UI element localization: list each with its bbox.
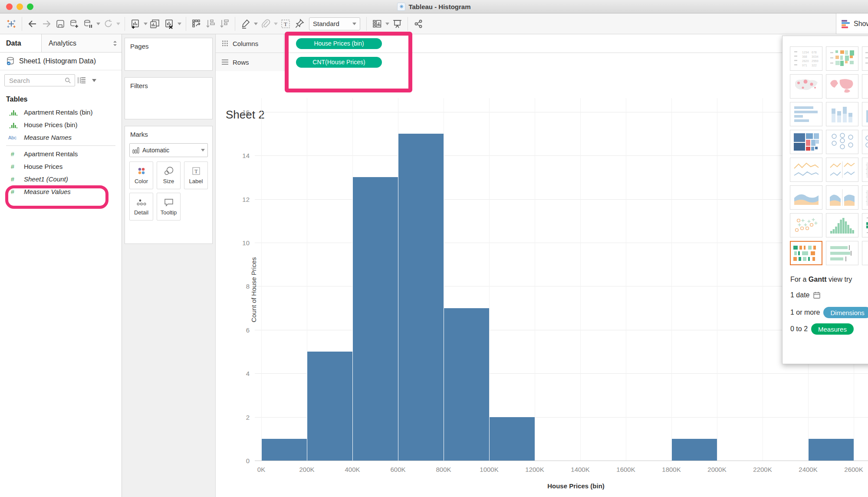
color-button[interactable]: Color — [129, 161, 153, 189]
label-button[interactable]: T Label — [184, 161, 208, 189]
show-hide-cards-icon[interactable] — [370, 16, 384, 31]
showme-thumb-packed-bubbles[interactable] — [862, 241, 868, 265]
new-worksheet-caret-icon[interactable] — [142, 16, 148, 31]
show-me-hint-measures: 0 to 2 Measures — [790, 323, 854, 335]
histogram-bar[interactable] — [307, 352, 352, 461]
x-tick-label: 2200K — [745, 466, 780, 473]
fit-mode-select[interactable]: Standard — [309, 17, 360, 30]
share-icon[interactable] — [411, 16, 425, 31]
filters-shelf[interactable]: Filters — [125, 77, 213, 119]
showme-thumb-gantt[interactable] — [790, 241, 822, 265]
tab-data[interactable]: Data — [0, 34, 42, 52]
showme-thumb-treemap[interactable] — [790, 130, 822, 154]
histogram-bar[interactable] — [398, 134, 444, 461]
showme-thumb-dual-combination[interactable] — [862, 185, 868, 210]
text-field-icon: Abc — [8, 135, 19, 141]
field-apartment-rentals-bin[interactable]: Apartment Rentals (bin) — [0, 106, 122, 118]
pin-icon[interactable] — [293, 16, 306, 31]
redo-forward-icon[interactable] — [39, 16, 53, 31]
new-data-source-icon[interactable] — [67, 16, 81, 31]
duplicate-sheet-icon[interactable] — [148, 16, 162, 31]
clear-sheet-icon[interactable] — [162, 16, 176, 31]
refresh-icon[interactable] — [101, 16, 115, 31]
search-field[interactable] — [8, 76, 65, 85]
presentation-mode-icon[interactable] — [390, 16, 404, 31]
histogram-bar[interactable] — [352, 177, 398, 461]
showme-thumb-histogram[interactable] — [826, 213, 858, 237]
showme-thumb-line-discrete[interactable] — [826, 158, 858, 182]
rows-pill-cnt-house-prices[interactable]: CNT(House Prices) — [296, 57, 382, 68]
histogram-bar[interactable] — [444, 308, 489, 461]
paperclip-caret-icon[interactable] — [273, 16, 279, 31]
showme-thumb-side-by-side-bars[interactable] — [862, 102, 868, 126]
highlight-pen-icon[interactable] — [239, 16, 253, 31]
sort-ascending-icon[interactable] — [204, 16, 217, 31]
showme-thumb-pie[interactable] — [862, 74, 868, 99]
clear-sheet-caret-icon[interactable] — [176, 16, 182, 31]
showme-thumb-symbol-map[interactable] — [790, 74, 822, 99]
rows-shelf[interactable]: Rows CNT(House Prices) — [216, 53, 868, 72]
field-house-prices[interactable]: #House Prices — [0, 160, 122, 173]
sort-descending-icon[interactable] — [217, 16, 231, 31]
paperclip-icon[interactable] — [259, 16, 273, 31]
columns-shelf[interactable]: Columns House Prices (bin) — [216, 34, 868, 53]
tooltip-button[interactable]: Tooltip — [157, 193, 181, 221]
mark-type-dropdown[interactable]: Automatic — [129, 143, 208, 157]
show-hide-cards-caret-icon[interactable] — [384, 16, 390, 31]
field-measure-names[interactable]: AbcMeasure Names — [0, 131, 122, 144]
search-icon — [65, 77, 71, 84]
data-source-connection[interactable]: Sheet1 (Histogram Data) — [0, 53, 122, 70]
showme-thumb-heatmap[interactable] — [862, 46, 868, 71]
field-sheet1-count[interactable]: #Sheet1 (Count) — [0, 173, 122, 185]
show-me-icon — [842, 20, 850, 28]
showme-thumb-bullet[interactable] — [826, 241, 858, 265]
showme-thumb-stacked-bars[interactable] — [826, 102, 858, 126]
refresh-dropdown-caret-icon[interactable] — [115, 16, 121, 31]
mark-type-caret-icon[interactable] — [201, 149, 205, 151]
showme-thumb-area-continuous[interactable] — [790, 185, 822, 210]
showme-thumb-dual-line[interactable] — [862, 158, 868, 182]
svg-text:368: 368 — [802, 55, 807, 58]
field-house-prices-bin[interactable]: House Prices (bin) — [0, 118, 122, 131]
showme-thumb-scatter[interactable] — [790, 213, 822, 237]
histogram-bar[interactable] — [489, 417, 535, 461]
tableau-logo-icon[interactable] — [4, 16, 18, 31]
save-icon[interactable] — [53, 16, 67, 31]
showme-thumb-box-plot[interactable] — [862, 213, 868, 237]
size-button[interactable]: Size — [157, 161, 181, 189]
showme-thumb-circle-views[interactable] — [826, 130, 858, 154]
columns-pill-house-prices-bin[interactable]: House Prices (bin) — [296, 38, 382, 49]
swap-rows-columns-icon[interactable] — [190, 16, 204, 31]
pause-dropdown-caret-icon[interactable] — [95, 16, 101, 31]
showme-thumb-horizontal-bars[interactable] — [790, 102, 822, 126]
tables-header: Tables — [0, 90, 122, 106]
histogram-plot[interactable]: 02468101214160K200K400K600K800K1000K1200… — [216, 71, 868, 497]
histogram-bar[interactable] — [808, 439, 854, 461]
histogram-bar[interactable] — [671, 439, 717, 461]
showme-thumb-text-table[interactable]: 1234678368303426202559971322 — [790, 46, 822, 71]
new-worksheet-icon[interactable] — [128, 16, 142, 31]
showme-thumb-highlight-table[interactable] — [826, 46, 858, 71]
histogram-bar[interactable] — [261, 439, 307, 461]
showme-thumb-filled-map[interactable] — [826, 74, 858, 99]
show-mark-labels-icon[interactable]: T — [279, 16, 293, 31]
pane-swap-icon[interactable] — [113, 41, 117, 46]
view-as-grid-icon[interactable] — [78, 77, 86, 84]
field-measure-values[interactable]: #Measure Values — [0, 185, 122, 198]
search-input[interactable] — [4, 74, 75, 86]
x-tick-label: 2000K — [700, 466, 734, 473]
pages-shelf[interactable]: Pages — [125, 38, 213, 71]
showme-thumb-line-continuous[interactable] — [790, 158, 822, 182]
x-tick-label: 1600K — [608, 466, 643, 473]
showme-thumb-area-discrete[interactable] — [826, 185, 858, 210]
field-list-options-caret-icon[interactable] — [92, 79, 96, 82]
undo-back-icon[interactable] — [26, 16, 39, 31]
highlight-caret-icon[interactable] — [253, 16, 259, 31]
showme-thumb-side-by-side-circles[interactable] — [862, 130, 868, 154]
pause-auto-updates-icon[interactable] — [81, 16, 95, 31]
search-row — [0, 70, 122, 90]
tab-analytics[interactable]: Analytics — [42, 34, 122, 52]
field-apartment-rentals[interactable]: #Apartment Rentals — [0, 148, 122, 160]
detail-button[interactable]: Detail — [129, 193, 153, 221]
show-me-button[interactable]: Show Me — [836, 13, 868, 34]
